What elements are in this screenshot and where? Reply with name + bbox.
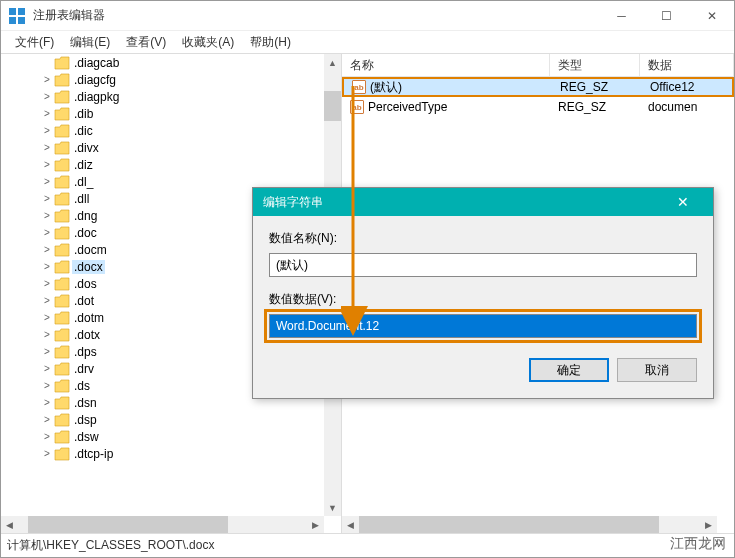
window-controls: ─ ☐ ✕ (599, 1, 734, 31)
menu-file[interactable]: 文件(F) (7, 32, 62, 53)
expander-icon[interactable]: > (41, 346, 53, 357)
folder-icon (54, 192, 70, 206)
expander-icon[interactable]: > (41, 91, 53, 102)
expander-icon[interactable]: > (41, 295, 53, 306)
svg-rect-3 (18, 17, 25, 24)
expander-icon[interactable]: > (41, 329, 53, 340)
string-value-icon: ab (352, 80, 366, 94)
expander-icon[interactable]: > (41, 414, 53, 425)
data-label: 数值数据(V): (269, 291, 697, 308)
expander-icon[interactable]: > (41, 159, 53, 170)
tree-node-label: .diagpkg (72, 90, 121, 104)
tree-node-label: .ds (72, 379, 92, 393)
tree-node-label: .docx (72, 260, 105, 274)
folder-icon (54, 328, 70, 342)
menu-favorites[interactable]: 收藏夹(A) (174, 32, 242, 53)
dialog-titlebar[interactable]: 编辑字符串 ✕ (253, 188, 713, 216)
expander-icon[interactable]: > (41, 142, 53, 153)
cancel-button[interactable]: 取消 (617, 358, 697, 382)
folder-icon (54, 379, 70, 393)
name-input[interactable] (269, 253, 697, 277)
folder-icon (54, 447, 70, 461)
expander-icon[interactable]: > (41, 125, 53, 136)
expander-icon[interactable]: > (41, 448, 53, 459)
expander-icon[interactable]: > (41, 210, 53, 221)
tree-node-label: .dotx (72, 328, 102, 342)
tree-node[interactable]: >.dic (1, 122, 341, 139)
tree-node-label: .docm (72, 243, 109, 257)
tree-node[interactable]: >.dib (1, 105, 341, 122)
edit-string-dialog: 编辑字符串 ✕ 数值名称(N): 数值数据(V): 确定 取消 (252, 187, 714, 399)
list-scrollbar-horizontal[interactable]: ◀ ▶ (342, 516, 717, 533)
expander-icon[interactable]: > (41, 380, 53, 391)
tree-node-label: .diagcfg (72, 73, 118, 87)
tree-node-label: .dos (72, 277, 99, 291)
expander-icon[interactable]: > (41, 431, 53, 442)
expander-icon[interactable]: > (41, 176, 53, 187)
expander-icon[interactable]: > (41, 244, 53, 255)
tree-node[interactable]: >.dsp (1, 411, 341, 428)
folder-icon (54, 260, 70, 274)
tree-scrollbar-horizontal[interactable]: ◀ ▶ (1, 516, 324, 533)
tree-node-label: .dsw (72, 430, 101, 444)
close-button[interactable]: ✕ (689, 1, 734, 31)
expander-icon[interactable]: > (41, 397, 53, 408)
tree-node-label: .dotm (72, 311, 106, 325)
dialog-close-button[interactable]: ✕ (663, 194, 703, 210)
tree-node-label: .drv (72, 362, 96, 376)
tree-node[interactable]: .diagcab (1, 54, 341, 71)
folder-icon (54, 56, 70, 70)
expander-icon[interactable]: > (41, 261, 53, 272)
tree-node-label: .diz (72, 158, 95, 172)
tree-node-label: .doc (72, 226, 99, 240)
expander-icon[interactable]: > (41, 193, 53, 204)
folder-icon (54, 73, 70, 87)
folder-icon (54, 294, 70, 308)
list-row[interactable]: ab(默认)REG_SZOffice12 (342, 77, 734, 97)
ok-button[interactable]: 确定 (529, 358, 609, 382)
folder-icon (54, 226, 70, 240)
svg-rect-2 (9, 17, 16, 24)
scroll-left-icon[interactable]: ◀ (1, 516, 18, 533)
tree-node[interactable]: >.dtcp-ip (1, 445, 341, 462)
menu-view[interactable]: 查看(V) (118, 32, 174, 53)
tree-node[interactable]: >.dsw (1, 428, 341, 445)
scroll-down-icon[interactable]: ▼ (324, 499, 341, 516)
tree-node[interactable]: >.diagpkg (1, 88, 341, 105)
expander-icon[interactable]: > (41, 363, 53, 374)
column-type[interactable]: 类型 (550, 54, 640, 76)
dialog-title: 编辑字符串 (263, 194, 663, 211)
scroll-right-icon[interactable]: ▶ (700, 516, 717, 533)
folder-icon (54, 277, 70, 291)
maximize-button[interactable]: ☐ (644, 1, 689, 31)
menu-edit[interactable]: 编辑(E) (62, 32, 118, 53)
tree-node-label: .divx (72, 141, 101, 155)
statusbar: 计算机\HKEY_CLASSES_ROOT\.docx (1, 533, 734, 556)
data-input[interactable] (269, 314, 697, 338)
expander-icon[interactable]: > (41, 278, 53, 289)
value-type: REG_SZ (550, 99, 640, 115)
folder-icon (54, 124, 70, 138)
list-row[interactable]: abPerceivedTypeREG_SZdocumen (342, 97, 734, 117)
expander-icon[interactable]: > (41, 227, 53, 238)
expander-icon[interactable]: > (41, 74, 53, 85)
status-path: 计算机\HKEY_CLASSES_ROOT\.docx (7, 537, 214, 554)
scroll-right-icon[interactable]: ▶ (307, 516, 324, 533)
tree-node[interactable]: >.divx (1, 139, 341, 156)
tree-node[interactable]: >.diz (1, 156, 341, 173)
folder-icon (54, 413, 70, 427)
expander-icon[interactable]: > (41, 108, 53, 119)
scroll-up-icon[interactable]: ▲ (324, 54, 341, 71)
value-name: (默认) (370, 79, 402, 96)
value-type: REG_SZ (552, 79, 642, 95)
watermark: 江西龙网 (670, 535, 726, 553)
minimize-button[interactable]: ─ (599, 1, 644, 31)
svg-rect-0 (9, 8, 16, 15)
column-name[interactable]: 名称 (342, 54, 550, 76)
scroll-left-icon[interactable]: ◀ (342, 516, 359, 533)
list-header: 名称 类型 数据 (342, 54, 734, 77)
column-data[interactable]: 数据 (640, 54, 734, 76)
tree-node[interactable]: >.diagcfg (1, 71, 341, 88)
expander-icon[interactable]: > (41, 312, 53, 323)
menu-help[interactable]: 帮助(H) (242, 32, 299, 53)
